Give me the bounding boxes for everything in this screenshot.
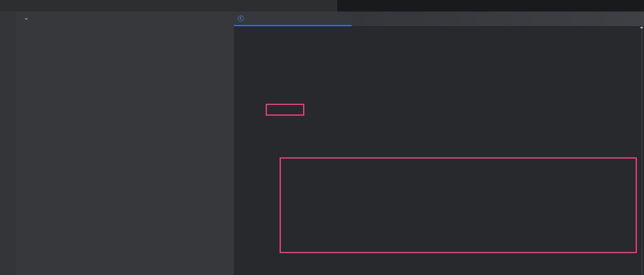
title-bars [0,0,644,12]
window-title-ruoyi [0,0,337,12]
window-title-yudao-ui[interactable] [337,0,644,12]
project-panel [16,12,234,275]
editor-tab-bar: C [234,12,644,27]
activity-bar [0,12,17,275]
component-annotation-highlight [266,104,304,116]
editor-area[interactable]: C [234,12,644,275]
editor-scrollbar[interactable] [642,26,642,275]
ide-screen: C [0,0,644,275]
calculate-users-method-highlight [280,157,637,253]
class-icon: C [238,15,244,21]
editor-tab-active[interactable]: C [234,12,352,26]
project-panel-header[interactable] [16,12,234,25]
chevron-down-icon[interactable] [24,15,28,21]
code-lines[interactable] [234,26,644,27]
scrollbar-mark [640,27,643,28]
